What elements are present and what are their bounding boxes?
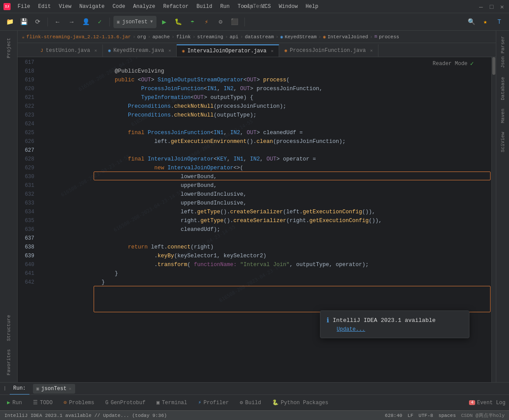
menu-navigate[interactable]: Navigate bbox=[76, 3, 108, 11]
right-sidebar-sciview[interactable]: SciView bbox=[500, 130, 505, 154]
bottom-tab-profiler[interactable]: ⚡ Profiler bbox=[193, 395, 235, 411]
code-line-630: upperBound, bbox=[42, 172, 496, 181]
breadcrumb-jar[interactable]: flink-streaming-java_2.12-1.13.6.jar bbox=[26, 34, 131, 40]
line-num-627: 627 bbox=[18, 146, 34, 155]
menu-run[interactable]: Run bbox=[217, 3, 233, 11]
sidebar-favorites-label[interactable]: Favorites bbox=[4, 346, 13, 379]
minimize-button[interactable]: — bbox=[479, 4, 484, 9]
breadcrumb-process[interactable]: process bbox=[379, 34, 399, 40]
toolbar-sep-3 bbox=[244, 18, 245, 26]
git-button[interactable]: ✓ bbox=[94, 16, 106, 28]
bottom-tab-todo[interactable]: ☰ TODO bbox=[28, 395, 58, 411]
tab-intervaljoinoperator[interactable]: ◉ IntervalJoinOperator.java ✕ bbox=[177, 44, 279, 57]
menu-analyze[interactable]: Analyze bbox=[130, 3, 159, 11]
editor-area[interactable]: Reader Mode ✓ 617 618 619 620 621 622 62… bbox=[18, 57, 496, 382]
tab-processjoinfunc[interactable]: ◉ ProcessJoinFunction.java ✕ bbox=[279, 44, 378, 57]
right-sidebar-database[interactable]: Database bbox=[500, 75, 505, 102]
tab-keyedstream-close[interactable]: ✕ bbox=[168, 48, 171, 53]
menu-file[interactable]: File bbox=[14, 3, 34, 11]
run-bar-tab-icon: ▣ bbox=[36, 386, 39, 391]
vcs-button[interactable]: 👤 bbox=[80, 16, 92, 28]
breadcrumb-intervaljoined[interactable]: IntervalJoined bbox=[327, 34, 368, 40]
genprotobuf-tab-icon: G bbox=[105, 400, 109, 406]
plugin-button[interactable]: ★ bbox=[479, 16, 491, 28]
breadcrumb-apache[interactable]: apache bbox=[153, 34, 170, 40]
code-line-638: .keyBy(keySelector1, keySelector2) bbox=[42, 243, 496, 252]
stop-button[interactable]: ⬛ bbox=[229, 16, 241, 28]
bottom-tab-run[interactable]: ▶ Run bbox=[2, 395, 28, 411]
tab-intervaljoinoperator-icon: ◉ bbox=[182, 48, 185, 54]
maximize-button[interactable]: □ bbox=[490, 4, 495, 9]
bottom-tab-problems[interactable]: ⊙ Problems bbox=[58, 395, 100, 411]
bottom-tab-terminal[interactable]: ▣ Terminal bbox=[151, 395, 193, 411]
close-button[interactable]: ✕ bbox=[500, 4, 505, 9]
save-all-button[interactable]: 💾 bbox=[18, 16, 30, 28]
breadcrumb-api[interactable]: api bbox=[230, 34, 239, 40]
sidebar-structure-label[interactable]: Structure bbox=[4, 311, 13, 344]
line-num-632: 632 bbox=[18, 190, 34, 199]
status-message: IntelliJ IDEA 2023.1 available // Update… bbox=[4, 413, 167, 418]
breadcrumb-keyedstream-icon: ◉ bbox=[280, 34, 283, 40]
line-num-623: 623 bbox=[18, 111, 34, 120]
tab-testunion[interactable]: J testUnion.java ✕ bbox=[35, 44, 103, 57]
event-log-label: Event Log bbox=[477, 400, 505, 406]
code-line-619: ProcessJoinFunction<IN1, IN2, OUT> proce… bbox=[42, 76, 496, 84]
translate-button[interactable]: T bbox=[493, 16, 505, 28]
status-position[interactable]: 628:40 bbox=[385, 413, 403, 418]
menu-view[interactable]: View bbox=[55, 3, 75, 11]
tab-keyedstream[interactable]: ◉ KeyedStream.java ✕ bbox=[103, 44, 177, 57]
tab-processjoinfunc-close[interactable]: ✕ bbox=[370, 48, 373, 53]
line-num-624: 624 bbox=[18, 120, 34, 128]
tab-testunion-close[interactable]: ✕ bbox=[95, 48, 97, 53]
code-line-637: return left.connect(right) bbox=[42, 234, 496, 243]
line-num-642: 642 bbox=[18, 278, 34, 287]
menu-refactor[interactable]: Refactor bbox=[160, 3, 192, 11]
notification-update-link[interactable]: Update... bbox=[337, 326, 463, 332]
menu-code[interactable]: Code bbox=[109, 3, 129, 11]
breadcrumb-keyedstream[interactable]: KeyedStream bbox=[285, 34, 317, 40]
status-bar: IntelliJ IDEA 2023.1 available // Update… bbox=[0, 410, 509, 420]
right-sidebar-maven[interactable]: Maven bbox=[500, 107, 505, 125]
code-line-625: left.getExecutionEnvironment().clean(pro… bbox=[42, 128, 496, 137]
forward-button[interactable]: → bbox=[65, 16, 78, 28]
bottom-tab-genprotobuf[interactable]: G GenProtobuf bbox=[100, 395, 151, 411]
event-log-button[interactable]: 4 Event Log bbox=[469, 400, 509, 406]
tab-processjoinfunc-icon: ◉ bbox=[284, 48, 287, 53]
breadcrumb-datastream[interactable]: datastream bbox=[245, 34, 274, 40]
profiler-tab-label: Profiler bbox=[204, 400, 229, 406]
breadcrumb-streaming[interactable]: streaming bbox=[197, 34, 223, 40]
debug-button[interactable]: 🐛 bbox=[172, 16, 185, 28]
menu-build[interactable]: Build bbox=[193, 3, 216, 11]
status-bar-right: 628:40 LF UTF-8 spaces CSDN @两点半holy bbox=[385, 412, 505, 419]
build-menu-button[interactable]: ⚙ bbox=[215, 16, 227, 28]
menu-window[interactable]: Window bbox=[275, 3, 301, 11]
sync-button[interactable]: ⟳ bbox=[32, 16, 44, 28]
search-everywhere-button[interactable]: 🔍 bbox=[465, 16, 477, 28]
breadcrumb-process-icon: m bbox=[374, 34, 377, 39]
status-spaces[interactable]: spaces bbox=[438, 413, 456, 418]
bottom-tab-build[interactable]: ⚙ Build bbox=[235, 395, 267, 411]
breadcrumb-flink[interactable]: flink bbox=[176, 34, 191, 40]
line-num-630: 630 bbox=[18, 172, 34, 181]
run-bar-tab-item[interactable]: ▣ jsonTest ✕ bbox=[33, 384, 75, 394]
bottom-tab-python[interactable]: 🐍 Python Packages bbox=[267, 395, 334, 411]
editor-main: ☕ flink-streaming-java_2.12-1.13.6.jar ›… bbox=[18, 31, 496, 382]
sidebar-project-label[interactable]: Project bbox=[4, 34, 13, 62]
open-folder-button[interactable]: 📁 bbox=[4, 16, 16, 28]
run-button[interactable]: ▶ bbox=[158, 16, 171, 28]
menu-edit[interactable]: Edit bbox=[35, 3, 55, 11]
line-num-638: 638 bbox=[18, 243, 34, 252]
tab-intervaljoinoperator-close[interactable]: ✕ bbox=[271, 48, 273, 54]
menu-help[interactable]: Help bbox=[302, 3, 322, 11]
back-button[interactable]: ← bbox=[51, 16, 64, 28]
right-sidebar-json-parser[interactable]: Json Parser bbox=[500, 34, 505, 70]
breadcrumb-org[interactable]: org bbox=[137, 34, 146, 40]
status-indent[interactable]: UTF-8 bbox=[418, 413, 433, 418]
line-num-625: 625 bbox=[18, 128, 34, 137]
profiler-button[interactable]: ⚡ bbox=[200, 16, 213, 28]
scrollbar-thumb-vertical[interactable] bbox=[492, 57, 495, 75]
run-config-selector[interactable]: ▣ jsonTest ▼ bbox=[113, 16, 156, 28]
run-bar-close-icon[interactable]: ✕ bbox=[69, 386, 71, 391]
coverage-button[interactable]: ☂ bbox=[186, 16, 199, 28]
status-encoding[interactable]: LF bbox=[407, 413, 413, 418]
